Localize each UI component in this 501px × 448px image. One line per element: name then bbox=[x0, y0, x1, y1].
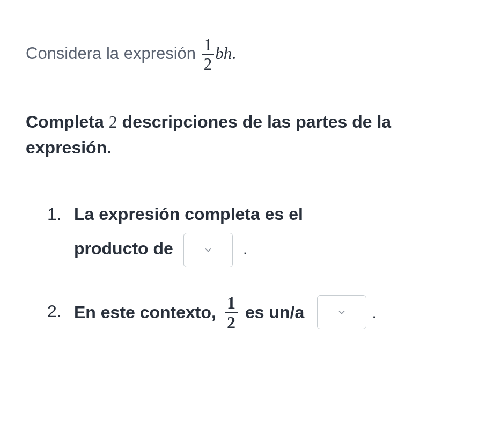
q1-line1: La expresión completa es el bbox=[74, 204, 303, 224]
q2-before: En este contexto, bbox=[74, 295, 216, 329]
chevron-down-icon bbox=[336, 307, 347, 318]
q2-dropdown[interactable] bbox=[317, 295, 366, 329]
chevron-down-icon bbox=[203, 245, 213, 255]
q2-fraction-denominator: 2 bbox=[225, 312, 238, 331]
q1-line2-before: producto de bbox=[74, 239, 178, 258]
q1-dropdown[interactable] bbox=[183, 233, 233, 267]
question-list: La expresión completa es el producto de … bbox=[26, 197, 475, 331]
intro-text: Considera la expresión 12bh. bbox=[26, 36, 475, 72]
fraction-denominator: 2 bbox=[202, 54, 215, 72]
intro-prefix: Considera la expresión bbox=[26, 44, 201, 63]
question-2: En este contexto, 12 es un/a . bbox=[47, 294, 475, 331]
q2-fraction-numerator: 1 bbox=[225, 294, 238, 312]
fraction-one-half-q2: 12 bbox=[225, 294, 238, 331]
q2-mid: es un/a bbox=[245, 295, 304, 329]
intro-suffix: . bbox=[232, 44, 236, 63]
fraction-numerator: 1 bbox=[202, 36, 215, 54]
math-variable-bh: bh bbox=[215, 44, 232, 63]
q1-period: . bbox=[243, 239, 248, 258]
instruction-number: 2 bbox=[109, 112, 117, 131]
instruction-text: Completa 2 descripciones de las partes d… bbox=[26, 109, 475, 160]
instruction-part1: Completa bbox=[26, 112, 109, 131]
q2-period: . bbox=[372, 295, 377, 329]
fraction-one-half: 12 bbox=[202, 36, 215, 72]
question-1: La expresión completa es el producto de … bbox=[47, 197, 475, 267]
